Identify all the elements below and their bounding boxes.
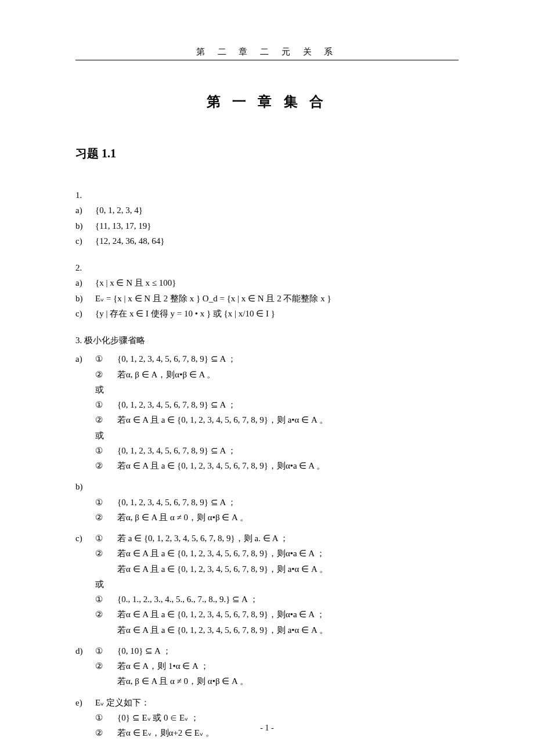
q3c-c2n: ② [95,546,117,561]
q3a-c4: 若α ∈ A 且 a ∈ {0, 1, 2, 3, 4, 5, 6, 7, 8,… [117,412,459,427]
q3d: d)①{0, 10} ⊆ A ； ②若α ∈ A，则 1•α ∈ A ； 若α,… [75,643,459,689]
q3a-c6: 若α ∈ A 且 a ∈ {0, 1, 2, 3, 4, 5, 6, 7, 8,… [117,458,459,473]
q3b-label: b) [75,479,95,494]
question-2: 2. a){x | x ∈ N 且 x ≤ 100} b)Eᵥ = {x | x… [75,260,459,321]
question-1: 1. a){0, 1, 2, 3, 4} b){11, 13, 17, 19} … [75,188,459,249]
q1c-label: c) [75,233,95,249]
q3d-c3: 若α, β ∈ A 且 α ≠ 0，则 α•β ∈ A 。 [117,674,459,689]
q3a-label: a) [75,351,95,366]
running-header: 第 二 章 二 元 关 系 [75,46,459,60]
q3c: c)①若 a ∈ {0, 1, 2, 3, 4, 5, 6, 7, 8, 9}，… [75,531,459,638]
q3c-c3: 若α ∈ A 且 a ∈ {0, 1, 2, 3, 4, 5, 6, 7, 8,… [117,561,459,577]
q3c-c4n: ① [95,592,117,607]
q3a: a)①{0, 1, 2, 3, 4, 5, 6, 7, 8, 9} ⊆ A ； … [75,351,459,473]
q3a-c3: {0, 1, 2, 3, 4, 5, 6, 7, 8, 9} ⊆ A ； [117,397,459,412]
chapter-title: 第 一 章 集 合 [75,92,459,111]
q3b-c2: 若α, β ∈ A 且 α ≠ 0，则 α•β ∈ A 。 [117,510,459,525]
q1-number: 1. [75,188,95,203]
q3a-c5n: ① [95,443,117,458]
q3c-c4: {0., 1., 2., 3., 4., 5., 6., 7., 8., 9.}… [117,592,459,607]
q3d-c2n: ② [95,658,117,674]
q3e-label: e) [75,695,95,710]
q3c-label: c) [75,531,95,546]
q3a-c2: 若α, β ∈ A，则α•β ∈ A 。 [117,367,459,382]
q3c-c2: 若α ∈ A 且 a ∈ {0, 1, 2, 3, 4, 5, 6, 7, 8,… [117,546,459,561]
q3b-c2n: ② [95,510,117,525]
question-3: 3. 极小化步骤省略 a)①{0, 1, 2, 3, 4, 5, 6, 7, 8… [75,333,459,740]
q3a-c5: {0, 1, 2, 3, 4, 5, 6, 7, 8, 9} ⊆ A ； [117,443,459,458]
q3b-c1n: ① [95,495,117,510]
q3c-c6: 若α ∈ A 且 a ∈ {0, 1, 2, 3, 4, 5, 6, 7, 8,… [117,622,459,638]
q3a-c3n: ① [95,397,117,412]
page-number: - 1 - [0,723,534,733]
q3b-c1: {0, 1, 2, 3, 4, 5, 6, 7, 8, 9} ⊆ A ； [117,495,459,510]
q3a-or2: 或 [75,428,459,443]
content-body: 1. a){0, 1, 2, 3, 4} b){11, 13, 17, 19} … [75,188,459,740]
q2c-label: c) [75,306,95,321]
q3c-c5n: ② [95,607,117,622]
q3c-or: 或 [75,577,459,592]
q2-number: 2. [75,260,95,275]
q3b: b) ①{0, 1, 2, 3, 4, 5, 6, 7, 8, 9} ⊆ A ；… [75,479,459,525]
q2c-text: {y | 存在 x ∈ I 使得 y = 10 • x } 或 {x | x/1… [95,306,459,321]
q3c-c1: 若 a ∈ {0, 1, 2, 3, 4, 5, 6, 7, 8, 9}，则 a… [117,531,459,546]
q3a-c2n: ② [95,367,117,382]
q3e-intro: Eᵥ 定义如下： [95,695,459,710]
q3d-c1: {0, 10} ⊆ A ； [117,643,459,658]
q3c-c5: 若α ∈ A 且 a ∈ {0, 1, 2, 3, 4, 5, 6, 7, 8,… [117,607,459,622]
q3d-c1n: ① [95,643,117,658]
page: 第 二 章 二 元 关 系 第 一 章 集 合 习题 1.1 1. a){0, … [0,0,534,756]
q3d-label: d) [75,643,95,658]
q3-number: 3. 极小化步骤省略 [75,333,459,348]
q1a-label: a) [75,203,95,218]
q3c-c1n: ① [95,531,117,546]
q1b-label: b) [75,218,95,233]
q3a-c1: {0, 1, 2, 3, 4, 5, 6, 7, 8, 9} ⊆ A ； [117,351,459,366]
q2b-label: b) [75,291,95,306]
q3a-c4n: ② [95,412,117,427]
q1b-text: {11, 13, 17, 19} [95,218,459,233]
q2a-label: a) [75,275,95,290]
q1c-text: {12, 24, 36, 48, 64} [95,233,459,249]
q3e: e)Eᵥ 定义如下： ①{0} ⊆ Eᵥ 或 0 ∈ Eᵥ ； ②若α ∈ Eᵥ… [75,695,459,741]
q3d-c2: 若α ∈ A，则 1•α ∈ A ； [117,658,459,674]
q2b-text: Eᵥ = {x | x ∈ N 且 2 整除 x } O_d = {x | x … [95,291,459,306]
q3a-c6n: ② [95,458,117,473]
q1a-text: {0, 1, 2, 3, 4} [95,203,459,218]
section-title: 习题 1.1 [75,146,459,161]
q2a-text: {x | x ∈ N 且 x ≤ 100} [95,275,459,290]
q3a-c1n: ① [95,351,117,366]
q3a-or1: 或 [75,382,459,397]
